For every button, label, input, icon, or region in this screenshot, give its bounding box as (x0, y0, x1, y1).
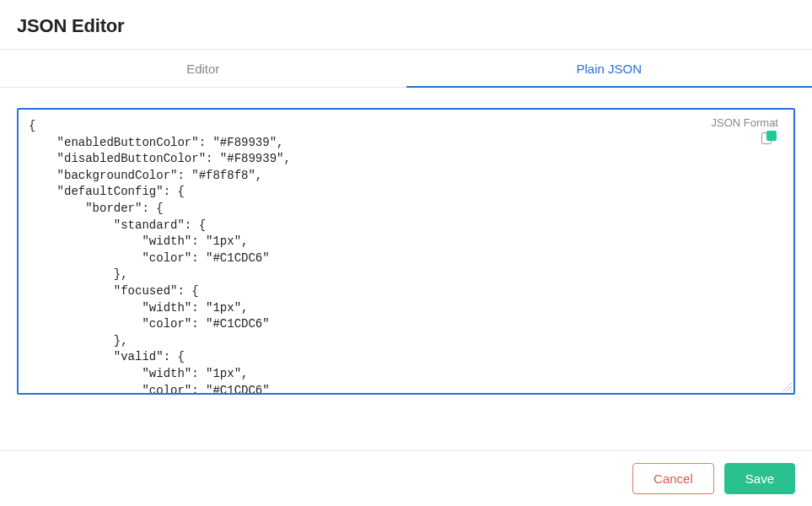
tab-editor[interactable]: Editor (0, 50, 406, 88)
textarea-wrapper: JSON Format (17, 108, 795, 395)
format-block: JSON Format (712, 116, 778, 151)
page-title: JSON Editor (17, 15, 795, 37)
cancel-button[interactable]: Cancel (632, 463, 714, 494)
save-button[interactable]: Save (724, 463, 795, 494)
json-textarea[interactable] (19, 110, 793, 393)
editor-area: JSON Format (0, 88, 812, 403)
header: JSON Editor (0, 0, 812, 50)
format-label: JSON Format (712, 116, 778, 129)
copy-icon[interactable] (761, 131, 778, 148)
tab-plain-json[interactable]: Plain JSON (406, 50, 813, 88)
tabs: Editor Plain JSON (0, 50, 812, 88)
footer: Cancel Save (0, 450, 812, 506)
